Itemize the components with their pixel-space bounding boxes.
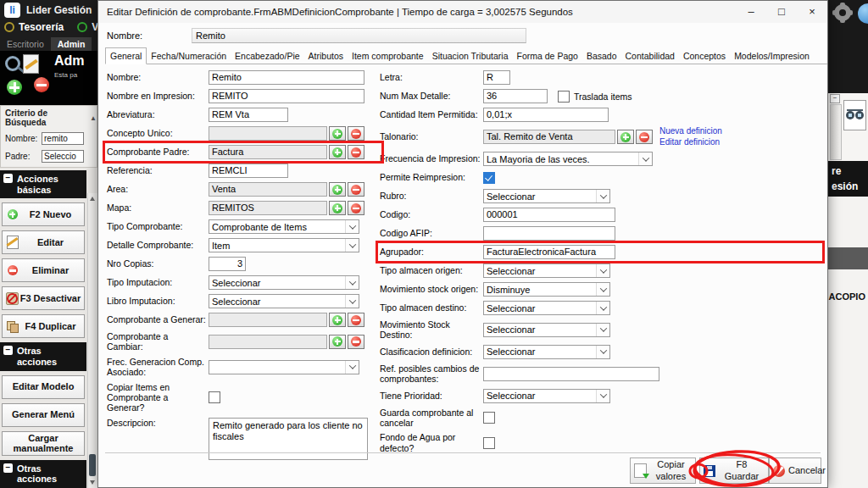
comprobante-padre-add-button[interactable] bbox=[329, 145, 346, 159]
collapsed-panel-bar[interactable] bbox=[830, 104, 842, 160]
save-button[interactable]: F8 Guardar bbox=[699, 458, 769, 484]
chevron-down-icon[interactable] bbox=[638, 152, 652, 165]
comprobante-a-cambiar-remove-button[interactable] bbox=[348, 335, 364, 349]
fondo-de-agua-checkbox[interactable] bbox=[483, 437, 495, 449]
binoculars-search-button[interactable] bbox=[843, 100, 866, 130]
chevron-down-icon[interactable] bbox=[345, 220, 359, 233]
collapse-icon[interactable]: − bbox=[830, 94, 840, 103]
tab-forma-de-pago[interactable]: Forma de Pago bbox=[513, 48, 582, 64]
f4-duplicar-button[interactable]: F4 Duplicar bbox=[2, 314, 85, 338]
tab-encabezado-pie[interactable]: Encabezado/Pie bbox=[231, 48, 303, 64]
mapa-remove-button[interactable] bbox=[348, 201, 364, 215]
chevron-down-icon[interactable] bbox=[596, 283, 609, 296]
cantidad-item-permitida-input[interactable]: 0,01;x bbox=[483, 108, 609, 122]
chevron-down-icon[interactable] bbox=[596, 264, 609, 277]
nombre-input[interactable]: Remito bbox=[209, 70, 364, 85]
tab-general[interactable]: General bbox=[105, 47, 147, 64]
copiar-items-checkbox[interactable] bbox=[209, 391, 220, 403]
num-max-detalle-input[interactable]: 36 bbox=[483, 89, 548, 103]
traslada-items-checkbox[interactable] bbox=[558, 91, 570, 103]
frecuencia-impresion-select[interactable]: La Mayoria de las veces. bbox=[483, 152, 653, 166]
letra-input[interactable]: R bbox=[483, 70, 510, 85]
tipo-comprobante-select[interactable]: Comprobante de Items bbox=[209, 219, 359, 234]
mapa-add-button[interactable] bbox=[329, 201, 346, 215]
area-remove-button[interactable] bbox=[348, 182, 364, 197]
codigo-input[interactable]: 000001 bbox=[483, 208, 615, 222]
tab-contabilidad[interactable]: Contabilidad bbox=[621, 48, 679, 64]
chevron-down-icon[interactable] bbox=[345, 239, 359, 252]
talonario-remove-button[interactable] bbox=[636, 130, 653, 144]
area-input[interactable]: Venta bbox=[209, 182, 327, 197]
tab-fecha-numeraci-n[interactable]: Fecha/Numeración bbox=[147, 48, 231, 64]
libro-imputacion-select[interactable]: Seleccionar bbox=[209, 294, 359, 308]
detalle-comprobante-select[interactable]: Item bbox=[209, 238, 359, 252]
section-header-otras-acciones[interactable]: −Otras acciones bbox=[0, 460, 86, 488]
mapa-input[interactable]: REMITOS bbox=[209, 201, 327, 215]
help-icon[interactable] bbox=[858, 3, 868, 24]
comprobante-a-generar-input[interactable] bbox=[209, 313, 327, 327]
ref-posibles-cambios-input[interactable] bbox=[483, 367, 659, 381]
nombre-filter-input[interactable]: remito bbox=[42, 132, 84, 145]
f2-nuevo-button[interactable]: F2 Nuevo bbox=[2, 202, 85, 226]
chevron-down-icon[interactable] bbox=[596, 390, 609, 402]
tiene-prioridad-select[interactable]: Seleccionar bbox=[483, 389, 610, 403]
comprobante-a-cambiar-add-button[interactable] bbox=[329, 335, 346, 349]
sidebar-scrollbar[interactable] bbox=[87, 193, 97, 488]
tab-conceptos[interactable]: Conceptos bbox=[679, 48, 730, 64]
comprobante-a-generar-remove-button[interactable] bbox=[348, 313, 364, 327]
close-button[interactable]: × bbox=[797, 1, 827, 23]
collapse-up-icon[interactable]: ▲ bbox=[90, 114, 97, 122]
copy-values-button[interactable]: Copiar valores bbox=[630, 458, 696, 484]
nueva-definicion-link[interactable]: Nueva definicion bbox=[659, 126, 722, 137]
chevron-down-icon[interactable] bbox=[596, 346, 609, 358]
comprobante-padre-input[interactable]: Factura bbox=[209, 145, 327, 159]
padre-filter-select[interactable]: Seleccio bbox=[42, 150, 84, 163]
scroll-up-icon[interactable] bbox=[90, 197, 95, 201]
scroll-down-icon[interactable] bbox=[90, 480, 95, 485]
chevron-down-icon[interactable] bbox=[596, 324, 609, 336]
tab-atributos[interactable]: Atributos bbox=[304, 48, 348, 64]
area-add-button[interactable] bbox=[329, 182, 346, 197]
movimiento-stock-origen-select[interactable]: Disminuye bbox=[483, 282, 610, 297]
section-header-acciones-b-sicas[interactable]: −Acciones básicas bbox=[0, 170, 86, 198]
comprobante-a-cambiar-input[interactable] bbox=[209, 335, 327, 349]
tab-admin[interactable]: Admin bbox=[51, 37, 92, 51]
referencia-input[interactable]: REMCLI bbox=[209, 164, 288, 178]
nombre-impresion-input[interactable]: REMITO bbox=[209, 89, 364, 103]
talonario-add-button[interactable] bbox=[617, 130, 634, 144]
permite-reimpresion-checkbox[interactable] bbox=[483, 172, 495, 184]
name-header-input[interactable]: Remito bbox=[192, 28, 526, 43]
maximize-button[interactable]: □ bbox=[766, 1, 797, 23]
menu-item-tesoreria[interactable]: Tesorería bbox=[4, 21, 64, 33]
agrupador-input[interactable]: FacturaElectronicaFactura bbox=[483, 245, 615, 259]
chevron-down-icon[interactable] bbox=[345, 295, 359, 308]
comprobante-a-generar-add-button[interactable] bbox=[329, 313, 346, 327]
chevron-down-icon[interactable] bbox=[345, 276, 359, 289]
frec-generacion-comp-asociado-select[interactable] bbox=[209, 360, 359, 374]
tipo-almacen-destino-select[interactable]: Seleccionar bbox=[483, 301, 610, 315]
editar-modelo-button[interactable]: Editar Modelo bbox=[2, 375, 85, 399]
editar-button[interactable]: Editar bbox=[2, 230, 85, 254]
clasificacion-definicion-select[interactable]: Seleccionar bbox=[483, 345, 610, 359]
editar-definicion-link[interactable]: Editar definicion bbox=[659, 137, 722, 148]
generar-men-button[interactable]: Generar Menú bbox=[2, 403, 85, 427]
tab-basado[interactable]: Basado bbox=[582, 48, 621, 64]
nro-copias-input[interactable]: 3 bbox=[209, 257, 246, 271]
chevron-down-icon[interactable] bbox=[596, 302, 609, 314]
codigo-afip-input[interactable] bbox=[483, 226, 615, 241]
minimize-button[interactable]: – bbox=[736, 1, 766, 23]
comprobante-padre-remove-button[interactable] bbox=[348, 145, 364, 159]
eliminar-button[interactable]: Eliminar bbox=[2, 258, 85, 282]
tipo-imputacion-select[interactable]: Seleccionar bbox=[209, 275, 359, 290]
scrollbar-thumb[interactable] bbox=[89, 454, 96, 476]
tab-situacion-tributaria[interactable]: Situacion Tributaria bbox=[428, 48, 513, 64]
chevron-down-icon[interactable] bbox=[596, 190, 609, 202]
concepto-unico-remove-button[interactable] bbox=[348, 126, 364, 141]
gear-icon[interactable] bbox=[834, 4, 851, 21]
talonario-input[interactable]: Tal. Remito de Venta bbox=[483, 130, 615, 144]
tab-escritorio[interactable]: Escritorio bbox=[0, 37, 51, 51]
concepto-unico-input[interactable] bbox=[209, 126, 327, 141]
section-header-otras-acciones[interactable]: −Otras acciones bbox=[0, 342, 86, 370]
guarda-comprobante-al-cancelar-checkbox[interactable] bbox=[483, 412, 495, 424]
concepto-unico-add-button[interactable] bbox=[329, 126, 346, 141]
